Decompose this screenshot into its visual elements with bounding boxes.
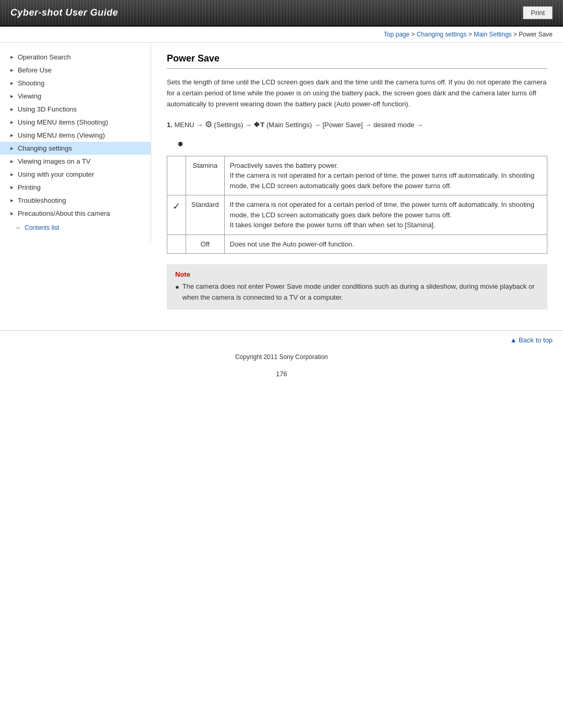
note-text: The camera does not enter Power Save mod… <box>182 281 539 303</box>
arrow-icon: ► <box>9 80 15 86</box>
main-description: Sets the length of time until the LCD sc… <box>167 77 547 109</box>
header: Cyber-shot User Guide Print <box>0 0 563 27</box>
note-title: Note <box>175 270 539 278</box>
sidebar-item-before-use[interactable]: ► Before Use <box>0 64 151 77</box>
page-title: Power Save <box>167 53 547 69</box>
table-description: Proactively saves the battery power. If … <box>224 156 547 195</box>
page-layout: ► Operation Search ► Before Use ► Shooti… <box>0 43 563 330</box>
table-row: Stamina Proactively saves the battery po… <box>167 156 547 195</box>
arrow-icon: ► <box>9 171 15 177</box>
step-number: 1. <box>167 121 173 129</box>
sidebar-item-viewing-tv[interactable]: ► Viewing images on a TV <box>0 155 151 168</box>
sidebar-item-precautions[interactable]: ► Precautions/About this camera <box>0 207 151 220</box>
sidebar-item-troubleshooting[interactable]: ► Troubleshooting <box>0 194 151 207</box>
breadcrumb: Top page > Changing settings > Main Sett… <box>0 27 563 43</box>
step-bullet: ● <box>177 138 547 150</box>
sidebar-item-changing-settings[interactable]: ► Changing settings <box>0 142 151 155</box>
sidebar: ► Operation Search ► Before Use ► Shooti… <box>0 43 151 242</box>
sidebar-item-using-3d[interactable]: ► Using 3D Functions <box>0 103 151 116</box>
breadcrumb-main[interactable]: Main Settings <box>474 31 512 38</box>
arrow-icon: ► <box>9 145 15 151</box>
arrow-icon: ► <box>9 184 15 190</box>
table-mode-name: Stamina <box>186 156 225 195</box>
breadcrumb-sep3: > <box>513 31 519 38</box>
arrow-right-icon: → <box>15 224 21 231</box>
sidebar-item-using-menu-shooting[interactable]: ► Using MENU items (Shooting) <box>0 116 151 129</box>
copyright: Copyright 2011 Sony Corporation <box>0 349 563 365</box>
back-to-top-link[interactable]: Back to top <box>510 336 553 344</box>
arrow-icon: ► <box>9 198 15 203</box>
table-icon-cell <box>167 156 186 195</box>
breadcrumb-changing[interactable]: Changing settings <box>417 31 467 38</box>
print-button[interactable]: Print <box>523 6 553 19</box>
breadcrumb-current: Power Save <box>519 31 553 38</box>
arrow-icon: ► <box>9 93 15 99</box>
main-content: Power Save Sets the length of time until… <box>151 43 563 330</box>
arrow-icon: ► <box>9 158 15 164</box>
arrow-icon: ► <box>9 67 15 73</box>
table-description: If the camera is not operated for a cert… <box>224 195 547 235</box>
table-row: ✓ Standard If the camera is not operated… <box>167 195 547 235</box>
sidebar-item-printing[interactable]: ► Printing <box>0 181 151 194</box>
note-bullet-icon: ● <box>175 282 179 293</box>
arrow-icon: ► <box>9 106 15 112</box>
note-box: Note ● The camera does not enter Power S… <box>167 264 547 310</box>
arrow-icon: ► <box>9 54 15 60</box>
breadcrumb-sep1: > <box>411 31 417 38</box>
sidebar-item-viewing[interactable]: ► Viewing <box>0 90 151 103</box>
step-1: 1. MENU → ⚙ (Settings) → ❖T (Main Settin… <box>167 118 547 131</box>
table-row: Off Does not use the Auto power-off func… <box>167 235 547 254</box>
breadcrumb-sep2: > <box>469 31 474 38</box>
table-mode-name: Off <box>186 235 225 254</box>
footer-nav: Back to top <box>0 330 563 349</box>
table-mode-name: Standard <box>186 195 225 235</box>
table-icon-cell <box>167 235 186 254</box>
sidebar-item-using-computer[interactable]: ► Using with your computer <box>0 168 151 181</box>
note-item: ● The camera does not enter Power Save m… <box>175 281 539 303</box>
contents-link[interactable]: → Contents list <box>0 220 151 234</box>
sidebar-item-shooting[interactable]: ► Shooting <box>0 77 151 90</box>
sidebar-item-operation-search[interactable]: ► Operation Search <box>0 51 151 64</box>
arrow-icon: ► <box>9 132 15 138</box>
table-icon-cell: ✓ <box>167 195 186 235</box>
page-number: 176 <box>0 365 563 383</box>
step-text: MENU → ⚙ (Settings) → ❖T (Main Settings)… <box>174 121 423 129</box>
app-title: Cyber-shot User Guide <box>10 7 118 18</box>
table-description: Does not use the Auto power-off function… <box>224 235 547 254</box>
arrow-icon: ► <box>9 211 15 216</box>
arrow-icon: ► <box>9 119 15 125</box>
power-save-table: Stamina Proactively saves the battery po… <box>167 156 547 254</box>
sidebar-item-using-menu-viewing[interactable]: ► Using MENU items (Viewing) <box>0 129 151 142</box>
breadcrumb-top[interactable]: Top page <box>384 31 409 38</box>
